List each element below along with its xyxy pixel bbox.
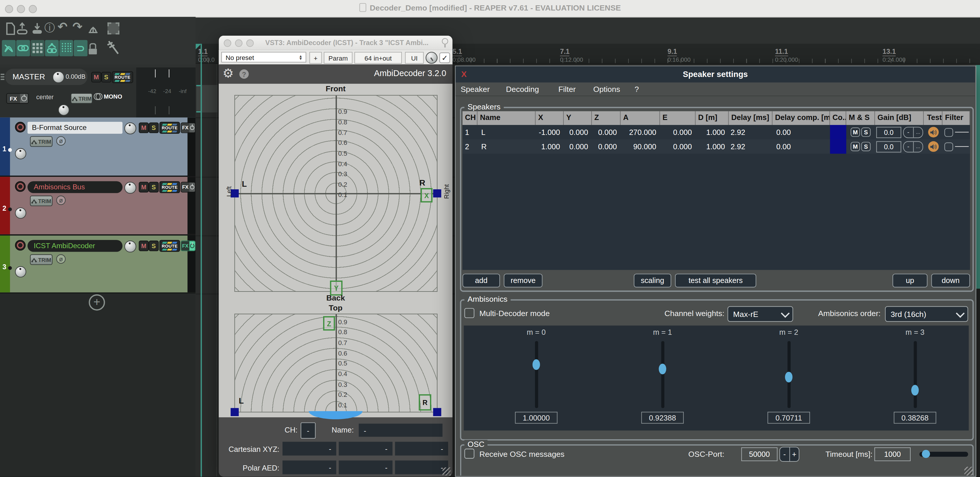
timeout-input[interactable]: 1000 [874,447,911,461]
table-row[interactable]: 1L -1.0000.000 0.000270.000 0.0001.000 2… [463,125,970,139]
weight-slider[interactable] [914,341,917,408]
polar-d-input[interactable]: - [395,461,448,474]
master-solo-button[interactable]: S [101,72,111,83]
track-solo-button[interactable]: S [149,182,159,192]
master-grip-icon[interactable] [1,74,5,75]
channel-weights-dropdown[interactable]: Max-rE [727,306,793,321]
record-arm-button[interactable] [15,181,25,192]
snap-toggle-button[interactable]: ⊃ [74,40,88,56]
slider-thumb[interactable] [533,359,540,370]
marquee-select-icon[interactable] [107,22,119,35]
io-button[interactable]: 64 in+out [355,52,402,64]
close-icon[interactable] [224,40,231,47]
track-mute-button[interactable]: M [139,240,149,251]
project-info-icon[interactable]: ⓘ [45,21,55,35]
test-speaker-button[interactable] [928,127,939,137]
master-mono-button[interactable]: MONO [94,93,122,100]
close-icon[interactable] [5,5,13,13]
row-solo-button[interactable]: S [861,142,870,151]
record-arm-button[interactable] [15,240,25,251]
envelope-points-button[interactable] [45,40,59,56]
mouse-modifier-icon[interactable] [106,40,120,55]
y-axis-marker[interactable]: Y [330,281,342,296]
weight-value[interactable]: 1.00000 [515,412,557,424]
row-solo-button[interactable]: S [861,127,870,137]
slider-thumb[interactable] [911,385,919,395]
polar-a-input[interactable]: - [282,461,336,474]
cartesian-x-input[interactable]: - [282,442,336,456]
track-trim-knob[interactable] [15,207,26,219]
track-pan-knob[interactable] [124,122,137,134]
menu-speaker[interactable]: Speaker [461,84,490,93]
cartesian-z-input[interactable]: - [395,442,448,456]
menu-options[interactable]: Options [593,84,620,93]
row-mute-button[interactable]: M [851,127,860,137]
osc-port-stepper[interactable]: - + [780,447,799,462]
open-project-icon[interactable] [17,22,27,35]
media-item[interactable] [196,85,218,112]
ch-input[interactable]: - [301,422,315,439]
test-all-speakers-button[interactable]: test all speakers [675,273,756,287]
speakers-table[interactable]: CHName XY ZA ED [m] Delay [ms]Delay comp… [463,111,970,270]
slider-thumb[interactable] [659,364,667,374]
master-pan-knob[interactable] [58,105,69,116]
x-axis-marker[interactable]: X [421,188,433,202]
scaling-button[interactable]: scaling [634,273,671,287]
gain-input[interactable]: 0.0 [877,126,901,138]
track-list-empty-area[interactable]: + [0,294,196,477]
phase-button[interactable]: ø [56,196,65,205]
color-swatch[interactable] [830,125,846,139]
timeout-slider-thumb[interactable] [922,450,930,458]
track-pan-knob[interactable] [124,182,137,194]
top-plot[interactable]: Z 0.9 0.8 0.7 0.6 0.5 0.4 0.3 0.2 0.1 L … [234,314,438,412]
close-icon[interactable]: X [461,69,467,79]
track-trim-button[interactable]: TRIM [30,196,52,206]
track-solo-button[interactable]: S [149,240,159,251]
weight-value[interactable]: 0.70711 [767,412,810,424]
vst-titlebar[interactable]: VST3: AmbiDecoder (ICST) - Track 3 "ICST… [219,36,453,51]
filter-checkbox[interactable] [944,142,953,151]
track-fx-button[interactable]: FX [181,182,196,192]
stepper-minus[interactable]: - [780,447,790,461]
zoom-icon[interactable] [29,5,37,13]
pin-icon[interactable] [442,38,448,48]
new-project-icon[interactable] [6,22,16,35]
track-route-button[interactable]: ROUTE [159,181,180,193]
polar-e-input[interactable]: - [339,461,393,474]
add-preset-button[interactable]: + [309,52,322,64]
track-trim-button[interactable]: TRIM [30,254,52,265]
scrollbar-thumb[interactable] [975,65,980,289]
weight-value[interactable]: 0.92388 [641,412,684,424]
redo-icon[interactable]: ↷ [73,19,83,33]
track-panel-1[interactable]: 1 B-Format Source M S ROUTE FX TRIM ø [0,117,196,177]
z-axis-marker[interactable]: Z [323,316,335,331]
fx-power-icon[interactable] [20,94,28,103]
weight-slider[interactable] [535,341,538,408]
zoom-icon[interactable] [246,40,254,47]
speaker-r-marker[interactable] [433,408,441,416]
table-row[interactable]: 2R 1.0000.000 0.00090.000 0.0001.000 2.9… [463,139,970,154]
speaker-l-marker[interactable] [231,408,239,416]
master-fx-button[interactable]: FX [6,93,29,103]
menu-decoding[interactable]: Decoding [506,84,539,93]
track-trim-knob[interactable] [15,266,26,277]
help-icon[interactable]: ? [239,69,249,79]
menu-filter[interactable]: Filter [558,84,576,93]
fx-power-icon[interactable] [189,123,195,133]
add-speaker-button[interactable]: add [463,273,500,287]
color-swatch[interactable] [830,139,846,154]
fx-power-icon[interactable] [189,182,195,192]
track-route-button[interactable]: ROUTE [159,122,180,134]
speaker-settings-window[interactable]: X Speaker settings Speaker Decoding Filt… [455,65,976,477]
track-route-button[interactable]: ROUTE [159,240,180,252]
move-up-button[interactable]: up [892,273,928,287]
ui-button[interactable]: UI [405,52,424,64]
phase-button[interactable]: ø [56,136,65,145]
gear-icon[interactable]: ⚙ [223,65,234,81]
track-name-input[interactable]: ICST AmbiDecoder [27,240,123,252]
track-solo-button[interactable]: S [149,122,159,133]
gain-stepper[interactable]: -... [903,126,923,138]
master-volume-knob[interactable] [52,71,64,83]
metronome-icon[interactable] [88,21,99,34]
track-panel-3[interactable]: 3 ICST AmbiDecoder M S ROUTE FX TRIM ø [0,235,196,294]
